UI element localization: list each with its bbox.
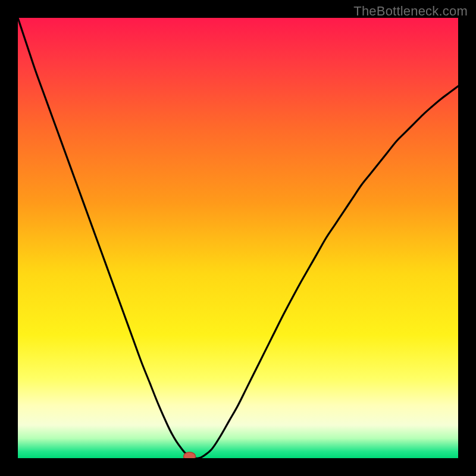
chart-curve-layer bbox=[18, 18, 458, 458]
bottleneck-curve bbox=[18, 18, 458, 458]
chart-plot-area bbox=[18, 18, 458, 458]
optimal-point-marker bbox=[184, 452, 196, 458]
watermark-text: TheBottleneck.com bbox=[353, 4, 468, 19]
chart-frame: TheBottleneck.com bbox=[0, 0, 476, 476]
